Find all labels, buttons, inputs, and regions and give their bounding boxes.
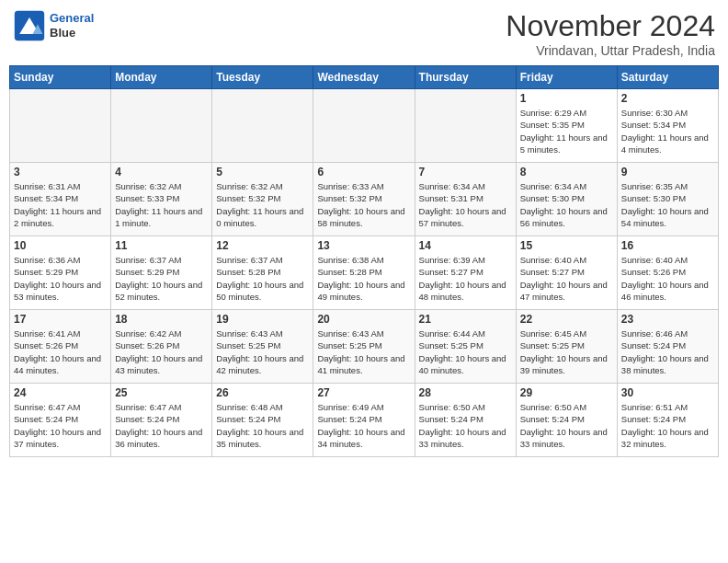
day-info: Sunrise: 6:47 AM Sunset: 5:24 PM Dayligh… xyxy=(115,401,208,450)
calendar-day: 2Sunrise: 6:30 AM Sunset: 5:34 PM Daylig… xyxy=(617,89,718,163)
calendar-day: 25Sunrise: 6:47 AM Sunset: 5:24 PM Dayli… xyxy=(111,384,212,457)
day-number: 6 xyxy=(317,166,410,178)
calendar-day: 19Sunrise: 6:43 AM Sunset: 5:25 PM Dayli… xyxy=(212,310,313,384)
day-info: Sunrise: 6:46 AM Sunset: 5:24 PM Dayligh… xyxy=(621,327,714,376)
day-number: 22 xyxy=(520,313,613,326)
day-number: 14 xyxy=(419,239,512,252)
day-info: Sunrise: 6:35 AM Sunset: 5:30 PM Dayligh… xyxy=(621,180,714,229)
day-number: 25 xyxy=(115,386,208,399)
weekday-header-friday: Friday xyxy=(516,66,617,89)
logo-icon xyxy=(13,9,46,42)
calendar-week-2: 3Sunrise: 6:31 AM Sunset: 5:34 PM Daylig… xyxy=(10,163,719,236)
day-info: Sunrise: 6:41 AM Sunset: 5:26 PM Dayligh… xyxy=(14,327,107,376)
calendar-day xyxy=(212,89,313,163)
month-title: November 2024 xyxy=(506,9,715,43)
calendar-day: 13Sunrise: 6:38 AM Sunset: 5:28 PM Dayli… xyxy=(313,236,415,310)
day-number: 1 xyxy=(520,92,613,105)
day-number: 21 xyxy=(419,313,512,326)
calendar-day: 21Sunrise: 6:44 AM Sunset: 5:25 PM Dayli… xyxy=(415,310,516,384)
day-info: Sunrise: 6:43 AM Sunset: 5:25 PM Dayligh… xyxy=(317,327,410,376)
calendar-day: 30Sunrise: 6:51 AM Sunset: 5:24 PM Dayli… xyxy=(617,384,718,457)
day-info: Sunrise: 6:51 AM Sunset: 5:24 PM Dayligh… xyxy=(621,401,714,450)
day-number: 16 xyxy=(621,239,714,252)
calendar-day: 8Sunrise: 6:34 AM Sunset: 5:30 PM Daylig… xyxy=(516,163,617,236)
day-info: Sunrise: 6:50 AM Sunset: 5:24 PM Dayligh… xyxy=(520,401,613,450)
day-info: Sunrise: 6:50 AM Sunset: 5:24 PM Dayligh… xyxy=(419,401,512,450)
title-block: November 2024 Vrindavan, Uttar Pradesh, … xyxy=(506,9,715,58)
calendar-day xyxy=(313,89,415,163)
calendar-day xyxy=(415,89,516,163)
day-number: 26 xyxy=(216,386,309,399)
day-number: 7 xyxy=(419,166,512,178)
day-info: Sunrise: 6:34 AM Sunset: 5:31 PM Dayligh… xyxy=(419,180,512,229)
day-info: Sunrise: 6:39 AM Sunset: 5:27 PM Dayligh… xyxy=(419,254,512,303)
calendar-day: 11Sunrise: 6:37 AM Sunset: 5:29 PM Dayli… xyxy=(111,236,212,310)
calendar-day: 22Sunrise: 6:45 AM Sunset: 5:25 PM Dayli… xyxy=(516,310,617,384)
day-number: 4 xyxy=(115,166,208,178)
weekday-header-monday: Monday xyxy=(111,66,212,89)
calendar-day: 14Sunrise: 6:39 AM Sunset: 5:27 PM Dayli… xyxy=(415,236,516,310)
day-number: 13 xyxy=(317,239,410,252)
calendar-week-4: 17Sunrise: 6:41 AM Sunset: 5:26 PM Dayli… xyxy=(10,310,719,384)
day-number: 2 xyxy=(621,92,714,105)
logo: General Blue xyxy=(13,9,94,42)
calendar-week-1: 1Sunrise: 6:29 AM Sunset: 5:35 PM Daylig… xyxy=(10,89,719,163)
day-info: Sunrise: 6:37 AM Sunset: 5:28 PM Dayligh… xyxy=(216,254,309,303)
calendar-day: 15Sunrise: 6:40 AM Sunset: 5:27 PM Dayli… xyxy=(516,236,617,310)
calendar-day: 6Sunrise: 6:33 AM Sunset: 5:32 PM Daylig… xyxy=(313,163,415,236)
weekday-header-tuesday: Tuesday xyxy=(212,66,313,89)
day-number: 3 xyxy=(14,166,107,178)
day-info: Sunrise: 6:45 AM Sunset: 5:25 PM Dayligh… xyxy=(520,327,613,376)
day-number: 12 xyxy=(216,239,309,252)
day-number: 18 xyxy=(115,313,208,326)
day-info: Sunrise: 6:36 AM Sunset: 5:29 PM Dayligh… xyxy=(14,254,107,303)
weekday-header-saturday: Saturday xyxy=(617,66,718,89)
day-number: 30 xyxy=(621,386,714,399)
day-info: Sunrise: 6:47 AM Sunset: 5:24 PM Dayligh… xyxy=(14,401,107,450)
day-info: Sunrise: 6:29 AM Sunset: 5:35 PM Dayligh… xyxy=(520,107,613,155)
day-number: 20 xyxy=(317,313,410,326)
calendar-day: 12Sunrise: 6:37 AM Sunset: 5:28 PM Dayli… xyxy=(212,236,313,310)
day-info: Sunrise: 6:42 AM Sunset: 5:26 PM Dayligh… xyxy=(115,327,208,376)
weekday-header-thursday: Thursday xyxy=(415,66,516,89)
day-info: Sunrise: 6:37 AM Sunset: 5:29 PM Dayligh… xyxy=(115,254,208,303)
calendar-table: SundayMondayTuesdayWednesdayThursdayFrid… xyxy=(9,65,719,457)
day-number: 27 xyxy=(317,386,410,399)
calendar-day: 27Sunrise: 6:49 AM Sunset: 5:24 PM Dayli… xyxy=(313,384,415,457)
weekday-header-wednesday: Wednesday xyxy=(313,66,415,89)
calendar-day: 23Sunrise: 6:46 AM Sunset: 5:24 PM Dayli… xyxy=(617,310,718,384)
day-info: Sunrise: 6:31 AM Sunset: 5:34 PM Dayligh… xyxy=(14,180,107,229)
calendar-day: 17Sunrise: 6:41 AM Sunset: 5:26 PM Dayli… xyxy=(10,310,111,384)
day-number: 28 xyxy=(419,386,512,399)
day-info: Sunrise: 6:49 AM Sunset: 5:24 PM Dayligh… xyxy=(317,401,410,450)
day-number: 24 xyxy=(14,386,107,399)
day-number: 19 xyxy=(216,313,309,326)
day-info: Sunrise: 6:38 AM Sunset: 5:28 PM Dayligh… xyxy=(317,254,410,303)
calendar-day: 16Sunrise: 6:40 AM Sunset: 5:26 PM Dayli… xyxy=(617,236,718,310)
page-header: General Blue November 2024 Vrindavan, Ut… xyxy=(9,9,719,58)
calendar-day: 26Sunrise: 6:48 AM Sunset: 5:24 PM Dayli… xyxy=(212,384,313,457)
calendar-day: 29Sunrise: 6:50 AM Sunset: 5:24 PM Dayli… xyxy=(516,384,617,457)
calendar-week-5: 24Sunrise: 6:47 AM Sunset: 5:24 PM Dayli… xyxy=(10,384,719,457)
calendar-day: 4Sunrise: 6:32 AM Sunset: 5:33 PM Daylig… xyxy=(111,163,212,236)
calendar-day: 28Sunrise: 6:50 AM Sunset: 5:24 PM Dayli… xyxy=(415,384,516,457)
calendar-day: 18Sunrise: 6:42 AM Sunset: 5:26 PM Dayli… xyxy=(111,310,212,384)
day-info: Sunrise: 6:30 AM Sunset: 5:34 PM Dayligh… xyxy=(621,107,714,155)
calendar-week-3: 10Sunrise: 6:36 AM Sunset: 5:29 PM Dayli… xyxy=(10,236,719,310)
day-info: Sunrise: 6:40 AM Sunset: 5:26 PM Dayligh… xyxy=(621,254,714,303)
calendar-day xyxy=(111,89,212,163)
calendar-day xyxy=(10,89,111,163)
day-number: 9 xyxy=(621,166,714,178)
day-info: Sunrise: 6:44 AM Sunset: 5:25 PM Dayligh… xyxy=(419,327,512,376)
calendar-day: 1Sunrise: 6:29 AM Sunset: 5:35 PM Daylig… xyxy=(516,89,617,163)
calendar-day: 5Sunrise: 6:32 AM Sunset: 5:32 PM Daylig… xyxy=(212,163,313,236)
calendar-day: 20Sunrise: 6:43 AM Sunset: 5:25 PM Dayli… xyxy=(313,310,415,384)
day-info: Sunrise: 6:32 AM Sunset: 5:32 PM Dayligh… xyxy=(216,180,309,229)
day-info: Sunrise: 6:32 AM Sunset: 5:33 PM Dayligh… xyxy=(115,180,208,229)
calendar-day: 10Sunrise: 6:36 AM Sunset: 5:29 PM Dayli… xyxy=(10,236,111,310)
calendar-day: 24Sunrise: 6:47 AM Sunset: 5:24 PM Dayli… xyxy=(10,384,111,457)
weekday-header-row: SundayMondayTuesdayWednesdayThursdayFrid… xyxy=(10,66,719,89)
day-info: Sunrise: 6:33 AM Sunset: 5:32 PM Dayligh… xyxy=(317,180,410,229)
calendar-day: 3Sunrise: 6:31 AM Sunset: 5:34 PM Daylig… xyxy=(10,163,111,236)
day-number: 17 xyxy=(14,313,107,326)
